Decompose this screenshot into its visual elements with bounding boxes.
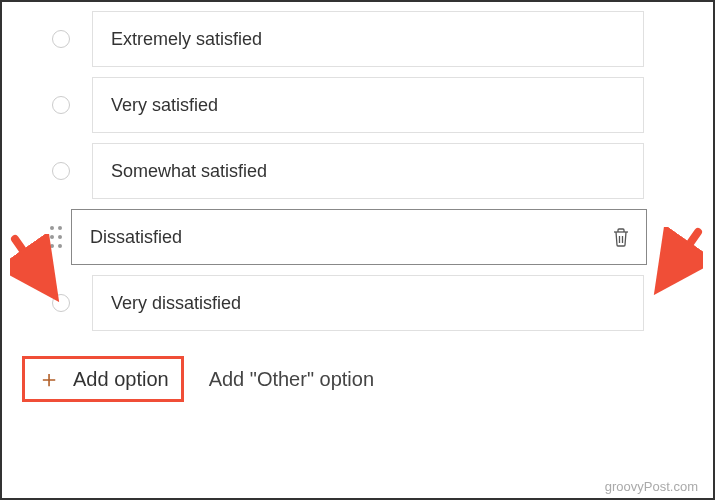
radio-icon [52, 162, 70, 180]
add-other-option-button[interactable]: Add "Other" option [209, 368, 374, 391]
option-label: Very dissatisfied [111, 293, 241, 314]
option-label: Extremely satisfied [111, 29, 262, 50]
option-row[interactable]: Extremely satisfied [32, 6, 713, 72]
annotation-arrow-right [648, 227, 703, 295]
add-option-button[interactable]: ＋ Add option [22, 356, 184, 402]
plus-icon: ＋ [37, 367, 61, 391]
option-text-field[interactable]: Very satisfied [92, 77, 644, 133]
option-row[interactable]: Very dissatisfied [32, 270, 713, 336]
option-text-field[interactable]: Somewhat satisfied [92, 143, 644, 199]
option-row[interactable]: Very satisfied [32, 72, 713, 138]
add-other-label: Add "Other" option [209, 368, 374, 390]
option-row[interactable]: Somewhat satisfied [32, 138, 713, 204]
radio-icon [52, 96, 70, 114]
radio-icon [52, 30, 70, 48]
option-text-field[interactable]: Dissatisfied [71, 209, 647, 265]
option-controls: ＋ Add option Add "Other" option [2, 336, 713, 402]
option-label: Somewhat satisfied [111, 161, 267, 182]
option-text-field[interactable]: Very dissatisfied [92, 275, 644, 331]
option-row-focused[interactable]: Dissatisfied [32, 204, 713, 270]
watermark-text: groovyPost.com [605, 479, 698, 494]
annotation-arrow-left [10, 234, 65, 302]
add-option-label: Add option [73, 368, 169, 391]
delete-icon[interactable] [611, 226, 631, 248]
option-label: Very satisfied [111, 95, 218, 116]
form-editor-panel: Extremely satisfied Very satisfied Somew… [0, 0, 715, 500]
option-label: Dissatisfied [90, 227, 182, 248]
option-text-field[interactable]: Extremely satisfied [92, 11, 644, 67]
